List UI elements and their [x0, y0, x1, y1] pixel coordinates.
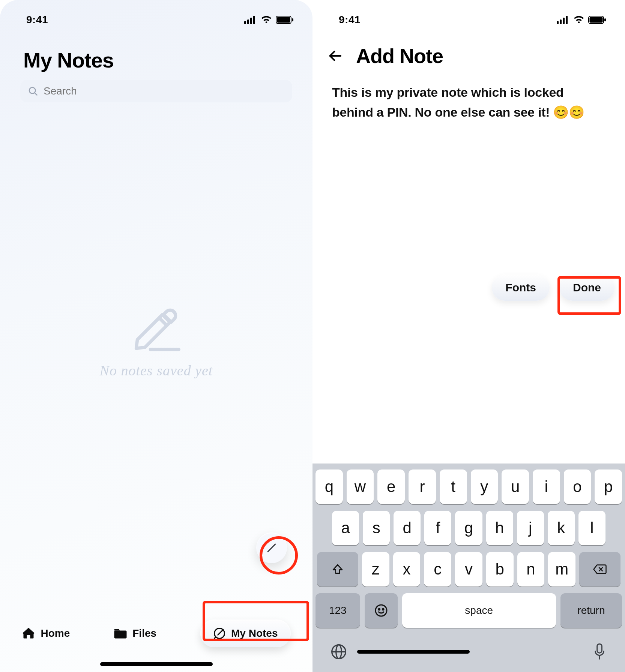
home-icon — [22, 627, 35, 640]
emoji-icon — [374, 604, 388, 617]
svg-rect-0 — [244, 21, 246, 24]
home-indicator[interactable] — [100, 662, 213, 666]
shift-icon — [332, 563, 344, 575]
key-o[interactable]: o — [564, 470, 591, 504]
status-bar: 9:41 — [0, 0, 312, 29]
search-icon — [28, 86, 38, 96]
tab-files-label: Files — [132, 627, 156, 639]
svg-rect-20 — [604, 18, 606, 21]
key-y[interactable]: y — [471, 470, 498, 504]
svg-rect-15 — [560, 20, 562, 24]
status-bar: 9:41 — [312, 0, 625, 29]
compose-icon — [265, 542, 278, 554]
delete-icon — [593, 564, 607, 575]
svg-rect-3 — [253, 16, 255, 24]
compose-button[interactable] — [256, 532, 287, 563]
notes-icon — [213, 627, 226, 640]
page-title: My Notes — [23, 48, 312, 72]
status-indicators — [557, 16, 606, 24]
svg-rect-14 — [557, 21, 559, 24]
search-field[interactable] — [20, 80, 292, 102]
numbers-key[interactable]: 123 — [316, 593, 360, 628]
tab-mynotes-label: My Notes — [231, 627, 278, 639]
emoji-key[interactable] — [365, 593, 398, 628]
add-note-header: Add Note — [312, 29, 625, 68]
globe-icon[interactable] — [331, 644, 347, 660]
battery-icon — [276, 16, 294, 24]
screen-my-notes: 9:41 My Notes No notes saved yet — [0, 0, 312, 672]
empty-state-text: No notes saved yet — [100, 362, 213, 379]
svg-line-8 — [35, 93, 37, 95]
key-x[interactable]: x — [393, 552, 421, 586]
key-c[interactable]: c — [424, 552, 451, 586]
key-p[interactable]: p — [595, 470, 622, 504]
key-l[interactable]: l — [578, 511, 605, 545]
svg-rect-5 — [277, 17, 290, 23]
status-indicators — [244, 16, 294, 24]
svg-rect-11 — [114, 631, 127, 639]
key-t[interactable]: t — [440, 470, 467, 504]
key-u[interactable]: u — [502, 470, 529, 504]
key-f[interactable]: f — [424, 511, 451, 545]
svg-rect-30 — [597, 644, 602, 653]
back-icon[interactable] — [328, 48, 343, 63]
cellular-icon — [557, 16, 569, 24]
delete-key[interactable] — [579, 552, 620, 586]
key-b[interactable]: b — [486, 552, 514, 586]
svg-point-25 — [378, 609, 380, 610]
svg-line-13 — [215, 637, 216, 639]
status-time: 9:41 — [26, 14, 48, 26]
wifi-icon — [573, 16, 584, 24]
key-s[interactable]: s — [363, 511, 390, 545]
keyboard: qwertyuiop asdfghjkl zxcvbnm 123 space r… — [312, 464, 625, 672]
pencil-icon — [126, 296, 186, 352]
svg-point-24 — [376, 605, 387, 616]
page-title: Add Note — [356, 44, 443, 68]
tab-bar: Home Files My Notes — [0, 578, 312, 672]
key-m[interactable]: m — [548, 552, 575, 586]
cellular-icon — [244, 16, 257, 24]
svg-rect-2 — [250, 18, 252, 24]
key-g[interactable]: g — [455, 511, 482, 545]
key-w[interactable]: w — [347, 470, 374, 504]
svg-point-26 — [382, 609, 384, 610]
key-h[interactable]: h — [486, 511, 513, 545]
tab-home-label: Home — [41, 627, 70, 639]
wifi-icon — [261, 16, 272, 24]
note-textarea[interactable]: This is my private note which is locked … — [312, 68, 625, 122]
key-j[interactable]: j — [517, 511, 544, 545]
battery-icon — [588, 16, 606, 24]
key-v[interactable]: v — [455, 552, 482, 586]
keyboard-bottom-bar — [312, 632, 625, 672]
key-r[interactable]: r — [409, 470, 436, 504]
return-key[interactable]: return — [560, 593, 622, 628]
status-time: 9:41 — [339, 14, 361, 26]
screen-add-note: 9:41 Add Note This is my private note wh… — [312, 0, 625, 672]
key-q[interactable]: q — [316, 470, 343, 504]
svg-rect-19 — [590, 17, 603, 23]
key-i[interactable]: i — [533, 470, 560, 504]
key-e[interactable]: e — [377, 470, 405, 504]
mic-icon[interactable] — [592, 643, 607, 661]
key-n[interactable]: n — [517, 552, 545, 586]
home-indicator[interactable] — [357, 650, 470, 654]
tab-home[interactable]: Home — [22, 627, 70, 640]
empty-state: No notes saved yet — [0, 296, 312, 379]
fonts-button[interactable]: Fonts — [492, 274, 550, 301]
key-z[interactable]: z — [362, 552, 389, 586]
tab-files[interactable]: Files — [114, 627, 156, 639]
svg-rect-1 — [247, 20, 249, 24]
tab-mynotes[interactable]: My Notes — [200, 620, 290, 647]
space-key[interactable]: space — [402, 593, 556, 628]
key-k[interactable]: k — [548, 511, 575, 545]
key-a[interactable]: a — [332, 511, 359, 545]
folder-icon — [114, 627, 127, 639]
search-input[interactable] — [44, 85, 285, 97]
keyboard-accessory-bar: Fonts Done — [312, 274, 625, 301]
key-d[interactable]: d — [394, 511, 421, 545]
svg-line-10 — [268, 544, 275, 552]
shift-key[interactable] — [317, 552, 358, 586]
done-button[interactable]: Done — [559, 274, 614, 301]
svg-rect-17 — [566, 16, 568, 24]
svg-rect-6 — [292, 18, 293, 21]
